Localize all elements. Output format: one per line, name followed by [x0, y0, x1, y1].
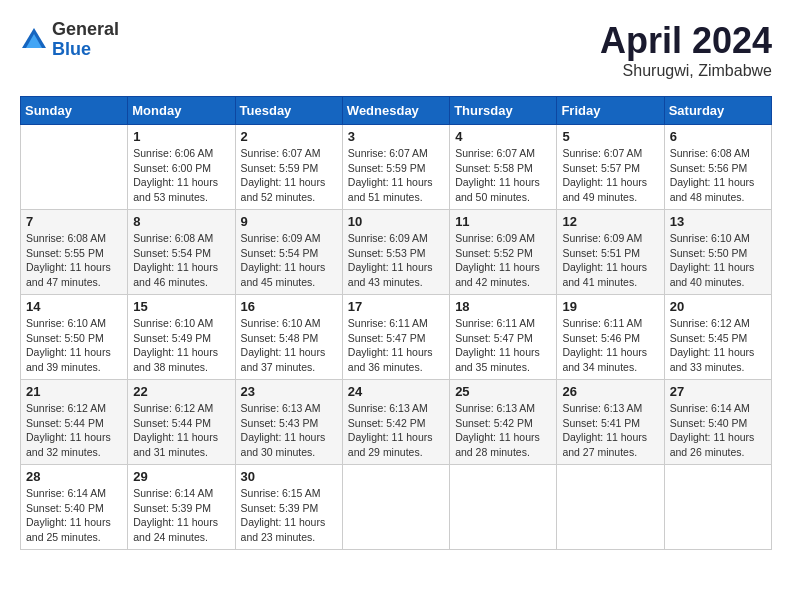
- day-info: Sunrise: 6:10 AMSunset: 5:50 PMDaylight:…: [670, 231, 766, 290]
- calendar-cell: 8Sunrise: 6:08 AMSunset: 5:54 PMDaylight…: [128, 210, 235, 295]
- calendar-cell: 26Sunrise: 6:13 AMSunset: 5:41 PMDayligh…: [557, 380, 664, 465]
- day-number: 25: [455, 384, 551, 399]
- day-number: 29: [133, 469, 229, 484]
- day-info: Sunrise: 6:14 AMSunset: 5:40 PMDaylight:…: [26, 486, 122, 545]
- weekday-header-row: SundayMondayTuesdayWednesdayThursdayFrid…: [21, 97, 772, 125]
- calendar-cell: 16Sunrise: 6:10 AMSunset: 5:48 PMDayligh…: [235, 295, 342, 380]
- calendar-table: SundayMondayTuesdayWednesdayThursdayFrid…: [20, 96, 772, 550]
- day-info: Sunrise: 6:13 AMSunset: 5:42 PMDaylight:…: [455, 401, 551, 460]
- calendar-cell: 17Sunrise: 6:11 AMSunset: 5:47 PMDayligh…: [342, 295, 449, 380]
- day-info: Sunrise: 6:10 AMSunset: 5:49 PMDaylight:…: [133, 316, 229, 375]
- day-info: Sunrise: 6:09 AMSunset: 5:51 PMDaylight:…: [562, 231, 658, 290]
- calendar-cell: 2Sunrise: 6:07 AMSunset: 5:59 PMDaylight…: [235, 125, 342, 210]
- day-info: Sunrise: 6:08 AMSunset: 5:54 PMDaylight:…: [133, 231, 229, 290]
- calendar-cell: [21, 125, 128, 210]
- day-number: 4: [455, 129, 551, 144]
- calendar-cell: 5Sunrise: 6:07 AMSunset: 5:57 PMDaylight…: [557, 125, 664, 210]
- day-number: 2: [241, 129, 337, 144]
- day-info: Sunrise: 6:09 AMSunset: 5:54 PMDaylight:…: [241, 231, 337, 290]
- logo-general: General: [52, 20, 119, 40]
- calendar-cell: 29Sunrise: 6:14 AMSunset: 5:39 PMDayligh…: [128, 465, 235, 550]
- day-number: 27: [670, 384, 766, 399]
- day-number: 17: [348, 299, 444, 314]
- day-info: Sunrise: 6:07 AMSunset: 5:58 PMDaylight:…: [455, 146, 551, 205]
- weekday-header-thursday: Thursday: [450, 97, 557, 125]
- day-info: Sunrise: 6:12 AMSunset: 5:44 PMDaylight:…: [26, 401, 122, 460]
- calendar-cell: [342, 465, 449, 550]
- calendar-cell: 23Sunrise: 6:13 AMSunset: 5:43 PMDayligh…: [235, 380, 342, 465]
- weekday-header-friday: Friday: [557, 97, 664, 125]
- page-header: General Blue April 2024 Shurugwi, Zimbab…: [20, 20, 772, 80]
- weekday-header-saturday: Saturday: [664, 97, 771, 125]
- day-number: 11: [455, 214, 551, 229]
- weekday-header-wednesday: Wednesday: [342, 97, 449, 125]
- day-number: 20: [670, 299, 766, 314]
- calendar-cell: [557, 465, 664, 550]
- location: Shurugwi, Zimbabwe: [600, 62, 772, 80]
- day-info: Sunrise: 6:14 AMSunset: 5:40 PMDaylight:…: [670, 401, 766, 460]
- day-info: Sunrise: 6:09 AMSunset: 5:53 PMDaylight:…: [348, 231, 444, 290]
- calendar-cell: 3Sunrise: 6:07 AMSunset: 5:59 PMDaylight…: [342, 125, 449, 210]
- calendar-cell: 6Sunrise: 6:08 AMSunset: 5:56 PMDaylight…: [664, 125, 771, 210]
- day-number: 16: [241, 299, 337, 314]
- week-row-3: 21Sunrise: 6:12 AMSunset: 5:44 PMDayligh…: [21, 380, 772, 465]
- calendar-cell: 21Sunrise: 6:12 AMSunset: 5:44 PMDayligh…: [21, 380, 128, 465]
- day-number: 12: [562, 214, 658, 229]
- day-info: Sunrise: 6:08 AMSunset: 5:56 PMDaylight:…: [670, 146, 766, 205]
- logo-text: General Blue: [52, 20, 119, 60]
- calendar-cell: 15Sunrise: 6:10 AMSunset: 5:49 PMDayligh…: [128, 295, 235, 380]
- logo-blue: Blue: [52, 40, 119, 60]
- day-number: 26: [562, 384, 658, 399]
- calendar-cell: 19Sunrise: 6:11 AMSunset: 5:46 PMDayligh…: [557, 295, 664, 380]
- day-number: 24: [348, 384, 444, 399]
- day-info: Sunrise: 6:09 AMSunset: 5:52 PMDaylight:…: [455, 231, 551, 290]
- weekday-header-sunday: Sunday: [21, 97, 128, 125]
- weekday-header-tuesday: Tuesday: [235, 97, 342, 125]
- day-info: Sunrise: 6:13 AMSunset: 5:42 PMDaylight:…: [348, 401, 444, 460]
- day-number: 23: [241, 384, 337, 399]
- day-number: 30: [241, 469, 337, 484]
- day-info: Sunrise: 6:13 AMSunset: 5:41 PMDaylight:…: [562, 401, 658, 460]
- day-info: Sunrise: 6:12 AMSunset: 5:44 PMDaylight:…: [133, 401, 229, 460]
- logo-icon: [20, 26, 48, 54]
- calendar-cell: 12Sunrise: 6:09 AMSunset: 5:51 PMDayligh…: [557, 210, 664, 295]
- calendar-cell: 1Sunrise: 6:06 AMSunset: 6:00 PMDaylight…: [128, 125, 235, 210]
- day-number: 15: [133, 299, 229, 314]
- calendar-cell: 28Sunrise: 6:14 AMSunset: 5:40 PMDayligh…: [21, 465, 128, 550]
- day-number: 21: [26, 384, 122, 399]
- calendar-cell: 9Sunrise: 6:09 AMSunset: 5:54 PMDaylight…: [235, 210, 342, 295]
- day-info: Sunrise: 6:11 AMSunset: 5:47 PMDaylight:…: [348, 316, 444, 375]
- calendar-cell: 30Sunrise: 6:15 AMSunset: 5:39 PMDayligh…: [235, 465, 342, 550]
- calendar-cell: 7Sunrise: 6:08 AMSunset: 5:55 PMDaylight…: [21, 210, 128, 295]
- day-info: Sunrise: 6:10 AMSunset: 5:48 PMDaylight:…: [241, 316, 337, 375]
- calendar-cell: 18Sunrise: 6:11 AMSunset: 5:47 PMDayligh…: [450, 295, 557, 380]
- day-info: Sunrise: 6:11 AMSunset: 5:46 PMDaylight:…: [562, 316, 658, 375]
- calendar-cell: 4Sunrise: 6:07 AMSunset: 5:58 PMDaylight…: [450, 125, 557, 210]
- week-row-1: 7Sunrise: 6:08 AMSunset: 5:55 PMDaylight…: [21, 210, 772, 295]
- weekday-header-monday: Monday: [128, 97, 235, 125]
- calendar-cell: 10Sunrise: 6:09 AMSunset: 5:53 PMDayligh…: [342, 210, 449, 295]
- day-number: 14: [26, 299, 122, 314]
- calendar-cell: [664, 465, 771, 550]
- day-info: Sunrise: 6:06 AMSunset: 6:00 PMDaylight:…: [133, 146, 229, 205]
- day-number: 19: [562, 299, 658, 314]
- day-number: 6: [670, 129, 766, 144]
- day-number: 3: [348, 129, 444, 144]
- day-info: Sunrise: 6:15 AMSunset: 5:39 PMDaylight:…: [241, 486, 337, 545]
- week-row-2: 14Sunrise: 6:10 AMSunset: 5:50 PMDayligh…: [21, 295, 772, 380]
- calendar-cell: 20Sunrise: 6:12 AMSunset: 5:45 PMDayligh…: [664, 295, 771, 380]
- day-info: Sunrise: 6:14 AMSunset: 5:39 PMDaylight:…: [133, 486, 229, 545]
- day-info: Sunrise: 6:07 AMSunset: 5:57 PMDaylight:…: [562, 146, 658, 205]
- calendar-cell: 11Sunrise: 6:09 AMSunset: 5:52 PMDayligh…: [450, 210, 557, 295]
- day-info: Sunrise: 6:13 AMSunset: 5:43 PMDaylight:…: [241, 401, 337, 460]
- day-number: 10: [348, 214, 444, 229]
- calendar-cell: 22Sunrise: 6:12 AMSunset: 5:44 PMDayligh…: [128, 380, 235, 465]
- day-info: Sunrise: 6:08 AMSunset: 5:55 PMDaylight:…: [26, 231, 122, 290]
- logo: General Blue: [20, 20, 119, 60]
- day-info: Sunrise: 6:10 AMSunset: 5:50 PMDaylight:…: [26, 316, 122, 375]
- calendar-cell: 14Sunrise: 6:10 AMSunset: 5:50 PMDayligh…: [21, 295, 128, 380]
- day-info: Sunrise: 6:11 AMSunset: 5:47 PMDaylight:…: [455, 316, 551, 375]
- calendar-cell: 24Sunrise: 6:13 AMSunset: 5:42 PMDayligh…: [342, 380, 449, 465]
- week-row-4: 28Sunrise: 6:14 AMSunset: 5:40 PMDayligh…: [21, 465, 772, 550]
- calendar-cell: [450, 465, 557, 550]
